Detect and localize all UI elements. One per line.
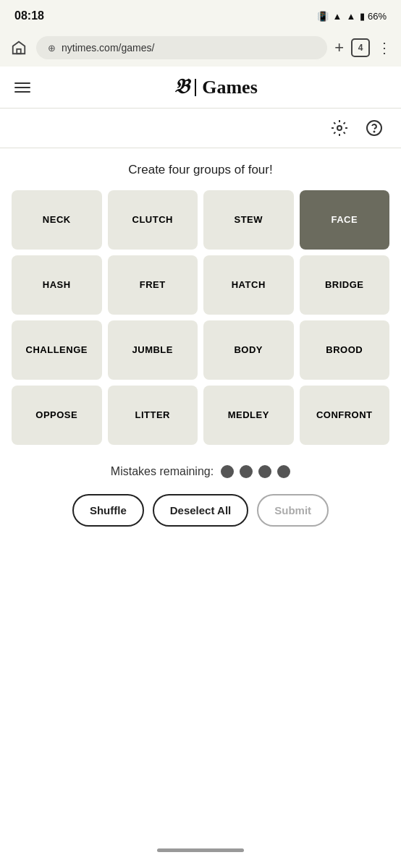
app-bar: 𝔅 Games [0,67,401,109]
tile-word: CONFRONT [316,409,373,421]
tile[interactable]: CLUTCH [108,190,198,250]
url-security-icon: ⊕ [48,43,56,54]
hamburger-line-3 [14,91,30,93]
status-icons: 📳 ▲ ▲ ▮ 66% [317,11,387,22]
battery-icon: ▮ 66% [360,11,387,22]
browser-actions: + 4 ⋮ [334,38,392,57]
mistake-dots [221,465,290,478]
deselect-all-button[interactable]: Deselect All [153,494,249,527]
shuffle-button[interactable]: Shuffle [72,494,144,527]
tabs-button[interactable]: 4 [351,38,370,57]
wifi-icon: ▲ [333,11,342,22]
logo-divider [195,79,196,96]
bottom-bar [0,832,401,868]
mistakes-row: Mistakes remaining: [111,465,290,478]
settings-row [0,109,401,148]
tile-word: BROOD [326,344,363,356]
status-time: 08:18 [14,9,44,22]
browser-bar: ⊕ nytimes.com/games/ + 4 ⋮ [0,29,401,67]
tile[interactable]: JUMBLE [108,320,198,380]
mistake-dot [277,465,290,478]
svg-point-1 [337,126,342,130]
tile-word: CHALLENGE [26,344,88,356]
tile[interactable]: LITTER [108,386,198,445]
hamburger-line-1 [14,82,30,84]
tile-word: FACE [331,214,358,226]
browser-menu-button[interactable]: ⋮ [377,39,392,56]
mistakes-label: Mistakes remaining: [111,465,214,478]
tile[interactable]: NECK [12,190,102,250]
tile[interactable]: FRET [108,255,198,315]
tile[interactable]: HATCH [203,255,294,315]
tile-word: NECK [43,214,71,226]
tile-word: OPPOSE [35,409,77,421]
tile-word: LITTER [135,409,171,421]
hamburger-line-2 [14,87,30,88]
mistake-dot [221,465,234,478]
tile-word: HASH [43,279,71,291]
tile-word: MEDLEY [228,409,269,421]
url-bar[interactable]: ⊕ nytimes.com/games/ [36,36,327,59]
tile-word: JUMBLE [132,344,173,356]
mistake-dot [258,465,271,478]
tile-word: BRIDGE [325,279,364,291]
mistake-dot [240,465,253,478]
submit-button[interactable]: Submit [257,494,329,527]
hamburger-menu-button[interactable] [14,82,30,93]
buttons-row: Shuffle Deselect All Submit [12,494,389,527]
app-logo: 𝔅 Games [45,75,387,99]
status-bar: 08:18 📳 ▲ ▲ ▮ 66% [0,0,401,29]
new-tab-button[interactable]: + [334,38,344,57]
tile[interactable]: STEW [203,190,294,250]
tile[interactable]: MEDLEY [203,386,294,445]
home-button[interactable] [9,38,29,58]
tile-word: CLUTCH [132,214,173,226]
tile[interactable]: CHALLENGE [12,320,102,380]
tile-word: FRET [140,279,166,291]
signal-icon: ▲ [346,11,355,22]
tile-word: BODY [234,344,263,356]
vibrate-icon: 📳 [317,11,329,22]
tile[interactable]: HASH [12,255,102,315]
tile[interactable]: BRIDGE [300,255,390,315]
settings-button[interactable] [327,116,352,140]
tile-word: STEW [234,214,263,226]
game-area: Create four groups of four! NECKCLUTCHST… [0,148,401,832]
tile[interactable]: BODY [203,320,294,380]
tile-word: HATCH [232,279,266,291]
svg-rect-0 [17,49,21,54]
games-title: Games [202,77,258,98]
nyt-logo-t: 𝔅 [174,75,189,99]
tile[interactable]: CONFRONT [300,386,390,445]
bottom-handle [157,848,244,852]
tile[interactable]: FACE [300,190,390,250]
url-text: nytimes.com/games/ [62,42,154,54]
tile[interactable]: OPPOSE [12,386,102,445]
tile[interactable]: BROOD [300,320,390,380]
help-button[interactable] [362,116,387,140]
tiles-grid: NECKCLUTCHSTEWFACEHASHFRETHATCHBRIDGECHA… [12,190,389,445]
game-instruction: Create four groups of four! [128,163,272,177]
